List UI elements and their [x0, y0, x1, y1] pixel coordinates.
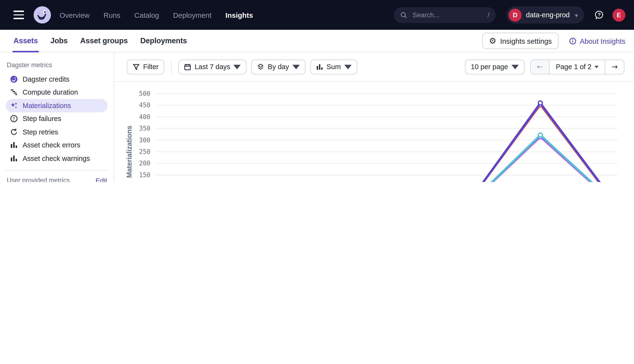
about-insights-link[interactable]: About Insights: [569, 37, 625, 45]
chart-toolbar: Filter Last 7 days By day: [114, 52, 634, 82]
svg-text:?: ?: [598, 12, 600, 17]
organization-avatar: D: [509, 8, 522, 21]
previous-page-button[interactable]: ←: [530, 60, 550, 74]
sidebar-item-label: Asset check warnings: [22, 155, 90, 162]
sidebar-item-compute-duration[interactable]: Compute duration: [6, 86, 108, 99]
edit-metrics-link[interactable]: Edit: [96, 176, 107, 182]
sidebar-item-step-retries[interactable]: Step retries: [6, 125, 108, 138]
sidebar-item-label: Asset check errors: [22, 142, 80, 149]
topnav-item-catalog[interactable]: Catalog: [134, 11, 159, 19]
bar-chart-icon: [316, 63, 323, 70]
sidebar-item-label: Dagster credits: [22, 76, 70, 83]
sidebar-item-label: Step retries: [22, 128, 58, 136]
sidebar-item-step-failures[interactable]: Step failures: [6, 112, 108, 125]
svg-text:400: 400: [139, 113, 150, 120]
svg-text:Materializations: Materializations: [125, 126, 133, 178]
caret-down-icon: [595, 66, 599, 68]
svg-text:250: 250: [139, 148, 150, 155]
sidebar-item-asset-check-errors[interactable]: Asset check errors: [6, 138, 108, 152]
top-navigation-bar: OverviewRunsCatalogDeploymentInsights / …: [0, 0, 634, 30]
arrow-left-icon: ←: [537, 62, 543, 71]
sidebar-item-asset-check-warnings[interactable]: Asset check warnings: [6, 152, 108, 165]
date-range-button[interactable]: Last 7 days: [178, 59, 246, 74]
search-input[interactable]: [412, 10, 483, 19]
sidebar-item-dagster-credits[interactable]: Dagster credits: [6, 72, 108, 86]
layers-icon: [257, 63, 264, 70]
sidebar-divider: [6, 170, 108, 170]
caret-down-icon: [292, 63, 300, 70]
filter-button[interactable]: Filter: [127, 59, 164, 74]
main-content: Filter Last 7 days By day: [114, 52, 634, 182]
info-icon: [569, 37, 576, 44]
organization-name: data-eng-prod: [526, 11, 570, 19]
sidebar-section-title: Dagster metrics: [7, 61, 52, 68]
next-page-button[interactable]: →: [606, 60, 624, 74]
sparkles-icon: [10, 102, 18, 110]
chart-svg: 050100150200250300350400450500Apr 3Apr 4…: [114, 82, 634, 182]
sidebar-item-label: Compute duration: [22, 88, 78, 96]
insights-tabs: AssetsJobsAsset groupsDeployments: [14, 30, 187, 52]
search-icon: [400, 11, 407, 18]
caret-down-icon: [511, 63, 518, 70]
search-box[interactable]: /: [394, 7, 496, 23]
toolbar-divider: [171, 60, 172, 73]
sidebar-item-materializations[interactable]: Materializations: [6, 99, 108, 112]
svg-text:450: 450: [139, 102, 150, 109]
data-point: [538, 101, 542, 105]
svg-text:500: 500: [139, 90, 150, 97]
secondary-navigation: AssetsJobsAsset groupsDeployments ⚙ Insi…: [0, 30, 634, 52]
topnav-item-overview[interactable]: Overview: [60, 11, 90, 19]
data-point: [538, 133, 542, 137]
calendar-icon: [184, 63, 191, 70]
metrics-sidebar: Dagster metricsDagster creditsCompute du…: [0, 52, 114, 182]
search-shortcut-hint: /: [488, 11, 490, 19]
dagster-logo-icon: [10, 76, 18, 83]
help-icon[interactable]: ?: [594, 10, 604, 20]
chevron-down-icon: ▼: [574, 13, 579, 18]
caret-down-icon: [344, 63, 351, 70]
sidebar-section-title: User provided metrics: [7, 177, 70, 182]
insights-settings-button[interactable]: ⚙ Insights settings: [482, 33, 558, 49]
sidebar-item-label: Materializations: [22, 102, 71, 110]
topnav-item-insights[interactable]: Insights: [226, 11, 253, 19]
topnav-item-deployment[interactable]: Deployment: [173, 11, 212, 19]
svg-text:200: 200: [139, 160, 150, 167]
arrow-right-icon: →: [612, 62, 618, 71]
dagster-logo-icon[interactable]: [33, 6, 52, 24]
alert-circle-icon: [10, 115, 18, 123]
user-avatar[interactable]: E: [612, 8, 625, 21]
tab-assets[interactable]: Assets: [14, 30, 38, 52]
page-selector[interactable]: Page 1 of 2: [550, 60, 606, 74]
svg-text:300: 300: [139, 136, 150, 144]
per-page-button[interactable]: 10 per page: [465, 59, 524, 74]
materializations-line-chart: 050100150200250300350400450500Apr 3Apr 4…: [114, 82, 634, 182]
granularity-button[interactable]: By day: [252, 59, 306, 74]
compute-duration-icon: [10, 88, 18, 96]
topnav-menu: OverviewRunsCatalogDeploymentInsights: [60, 11, 253, 19]
gear-icon: ⚙: [489, 37, 496, 45]
sidebar-item-label: Step failures: [22, 115, 61, 123]
topnav-item-runs[interactable]: Runs: [104, 11, 120, 19]
bar-chart-icon: [10, 142, 18, 149]
svg-text:350: 350: [139, 125, 150, 132]
pagination-control: ← Page 1 of 2 →: [530, 59, 624, 74]
retry-icon: [10, 128, 18, 136]
bar-chart-icon: [10, 155, 18, 162]
aggregation-button[interactable]: Sum: [310, 59, 357, 74]
organization-switcher[interactable]: D data-eng-prod ▼: [506, 6, 584, 24]
caret-down-icon: [234, 63, 241, 70]
tab-deployments[interactable]: Deployments: [140, 30, 187, 52]
tab-asset-groups[interactable]: Asset groups: [80, 30, 128, 52]
tab-jobs[interactable]: Jobs: [50, 30, 68, 52]
app-window: OverviewRunsCatalogDeploymentInsights / …: [0, 0, 634, 182]
hamburger-menu-icon[interactable]: [14, 11, 24, 19]
funnel-icon: [132, 63, 140, 70]
svg-text:150: 150: [139, 172, 150, 179]
